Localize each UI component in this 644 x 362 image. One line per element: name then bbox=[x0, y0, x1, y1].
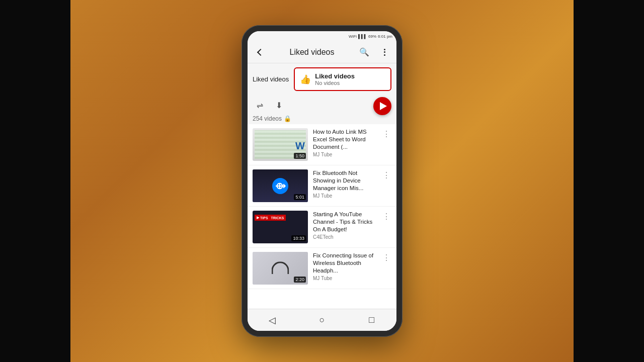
list-item[interactable]: 2:20 Fix Connecting Issue of Wireless Bl… bbox=[248, 248, 396, 289]
bluetooth-icon: ⟴ bbox=[272, 178, 288, 194]
video-info-1: How to Auto Link MS Excel Sheet to Word … bbox=[313, 128, 376, 157]
battery-text: 69% bbox=[368, 34, 376, 39]
thumbs-up-icon: 👍 bbox=[300, 74, 311, 85]
liked-card-subtitle: No videos bbox=[315, 80, 355, 86]
time-text: 6:01 pm bbox=[378, 34, 392, 39]
video-menu-3[interactable]: ⋮ bbox=[381, 211, 391, 222]
back-nav-button[interactable]: ◁ bbox=[264, 312, 280, 328]
video-channel-4: MJ Tube bbox=[313, 276, 376, 281]
status-bar: WiFi ▌▌▌ 69% 6:01 pm bbox=[248, 31, 396, 41]
video-list: 1:50 How to Auto Link MS Excel Sheet to … bbox=[248, 124, 396, 309]
video-count-text: 254 videos bbox=[253, 115, 282, 122]
list-item[interactable]: 1:50 How to Auto Link MS Excel Sheet to … bbox=[248, 124, 396, 165]
recent-nav-button[interactable]: □ bbox=[364, 312, 380, 328]
shuffle-button[interactable]: ⇌ bbox=[253, 98, 267, 112]
video-title-1: How to Auto Link MS Excel Sheet to Word … bbox=[313, 128, 376, 151]
list-item[interactable]: ⟴ 5:01 Fix Bluetooth Not Showing in Devi… bbox=[248, 165, 396, 207]
nav-bar: ◁ ○ □ bbox=[248, 309, 396, 331]
video-duration-2: 5:01 bbox=[294, 194, 306, 200]
more-options-button[interactable] bbox=[376, 44, 392, 60]
phone-wrapper: WiFi ▌▌▌ 69% 6:01 pm Liked videos 🔍 bbox=[242, 25, 403, 337]
three-dots-icon bbox=[384, 49, 385, 56]
headphone-icon bbox=[272, 261, 289, 274]
video-thumbnail-1: 1:50 bbox=[253, 128, 308, 161]
list-item[interactable]: TIPS TRICKS 10:33 Starting A YouTube Cha… bbox=[248, 207, 396, 248]
video-menu-2[interactable]: ⋮ bbox=[381, 169, 391, 181]
video-channel-1: MJ Tube bbox=[313, 152, 376, 157]
video-duration-3: 10:33 bbox=[291, 235, 306, 241]
top-bar: Liked videos 🔍 bbox=[248, 41, 396, 63]
back-button[interactable] bbox=[252, 44, 268, 60]
video-duration-1: 1:50 bbox=[294, 153, 306, 159]
video-thumbnail-2: ⟴ 5:01 bbox=[253, 169, 308, 202]
page-title: Liked videos bbox=[272, 48, 352, 57]
video-info-4: Fix Connecting Issue of Wireless Bluetoo… bbox=[313, 252, 376, 281]
search-button[interactable]: 🔍 bbox=[356, 44, 372, 60]
liked-banner: Liked videos 👍 Liked videos No videos bbox=[248, 63, 396, 95]
video-title-2: Fix Bluetooth Not Showing in Device Mana… bbox=[313, 169, 376, 192]
liked-card-title: Liked videos bbox=[315, 72, 355, 80]
lock-icon: 🔒 bbox=[284, 115, 291, 122]
video-menu-4[interactable]: ⋮ bbox=[381, 252, 391, 263]
video-channel-3: C4ETech bbox=[313, 234, 376, 240]
video-thumbnail-3: TIPS TRICKS 10:33 bbox=[253, 211, 308, 243]
phone-screen: WiFi ▌▌▌ 69% 6:01 pm Liked videos 🔍 bbox=[248, 31, 396, 331]
signal-icon: ▌▌▌ bbox=[358, 34, 367, 39]
home-nav-icon: ○ bbox=[319, 315, 325, 325]
back-nav-icon: ◁ bbox=[269, 315, 276, 326]
video-thumbnail-4: 2:20 bbox=[253, 252, 308, 285]
video-title-3: Starting A YouTube Channel - Tips & Tric… bbox=[313, 211, 376, 233]
controls-row: ⇌ ⬇ bbox=[248, 95, 396, 115]
liked-card-text: Liked videos No videos bbox=[315, 72, 355, 86]
play-all-button[interactable] bbox=[373, 97, 391, 115]
video-count-row: 254 videos 🔒 bbox=[248, 115, 396, 124]
back-arrow-icon bbox=[257, 48, 264, 55]
tips-banner: TIPS TRICKS bbox=[255, 215, 286, 221]
side-bar-right bbox=[574, 0, 644, 362]
liked-label: Liked videos bbox=[253, 75, 289, 83]
video-menu-1[interactable]: ⋮ bbox=[381, 128, 391, 140]
video-info-3: Starting A YouTube Channel - Tips & Tric… bbox=[313, 211, 376, 240]
download-button[interactable]: ⬇ bbox=[272, 98, 286, 112]
home-nav-button[interactable]: ○ bbox=[314, 312, 330, 328]
recent-nav-icon: □ bbox=[369, 315, 374, 325]
status-bar-icons: WiFi ▌▌▌ 69% 6:01 pm bbox=[349, 34, 392, 39]
side-bar-left bbox=[0, 0, 70, 362]
wifi-icon: WiFi bbox=[349, 34, 357, 39]
video-info-2: Fix Bluetooth Not Showing in Device Mana… bbox=[313, 169, 376, 199]
video-channel-2: MJ Tube bbox=[313, 193, 376, 199]
liked-card[interactable]: 👍 Liked videos No videos bbox=[294, 67, 391, 91]
video-title-4: Fix Connecting Issue of Wireless Bluetoo… bbox=[313, 252, 376, 275]
phone: WiFi ▌▌▌ 69% 6:01 pm Liked videos 🔍 bbox=[242, 25, 403, 337]
video-duration-4: 2:20 bbox=[294, 277, 306, 283]
